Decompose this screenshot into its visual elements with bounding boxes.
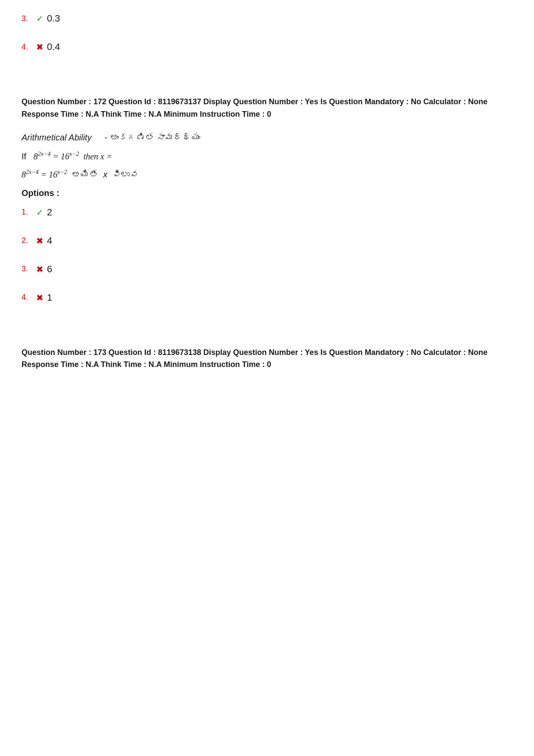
prev-option-3: 3. ✓ 0.3 xyxy=(22,13,512,24)
option-172-3-value: 6 xyxy=(47,264,52,275)
option-172-2-number: 2. xyxy=(22,236,34,245)
option-172-4-cross-icon: ✖ xyxy=(36,292,43,303)
option-172-4-number: 4. xyxy=(22,293,34,302)
question-172-meta: Question Number : 172 Question Id : 8119… xyxy=(22,96,512,121)
option-172-4-value: 1 xyxy=(47,292,52,303)
subject-line-172: Arithmetical Ability - అంకగణిత సామర్థ్యం xyxy=(22,133,512,143)
prev-option-4-cross-icon: ✖ xyxy=(36,42,43,52)
option-172-3: 3. ✖ 6 xyxy=(22,264,512,275)
question-172-text-telugu: 82x−4 = 16x−2 అయితే x విలువ xyxy=(22,168,512,181)
question-172: Question Number : 172 Question Id : 8119… xyxy=(22,96,512,303)
option-172-3-cross-icon: ✖ xyxy=(36,264,43,274)
option-172-3-number: 3. xyxy=(22,264,34,274)
option-172-2-cross-icon: ✖ xyxy=(36,236,43,246)
question-172-math-telugu: 82x−4 = 16x−2 xyxy=(22,170,69,179)
prev-option-4-number: 4. xyxy=(22,43,34,52)
option-172-4: 4. ✖ 1 xyxy=(22,292,512,303)
option-172-2: 2. ✖ 4 xyxy=(22,235,512,246)
option-172-1-number: 1. xyxy=(22,208,34,217)
prev-option-4: 4. ✖ 0.4 xyxy=(22,41,512,53)
question-172-math-english: 82x−4 = 16x−2 then x = xyxy=(34,152,112,161)
prev-option-4-value: 0.4 xyxy=(47,41,60,53)
option-172-2-value: 4 xyxy=(47,235,52,246)
options-label-172: Options : xyxy=(22,188,512,198)
option-172-1-check-icon: ✓ xyxy=(36,207,43,218)
subject-english-172: Arithmetical Ability xyxy=(22,133,92,143)
prev-option-3-number: 3. xyxy=(22,14,34,23)
option-172-1: 1. ✓ 2 xyxy=(22,207,512,218)
subject-telugu-172: - అంకగణిత సామర్థ్యం xyxy=(105,133,201,143)
prev-option-3-check-icon: ✓ xyxy=(36,13,43,24)
question-173-meta: Question Number : 173 Question Id : 8119… xyxy=(22,346,512,371)
question-173: Question Number : 173 Question Id : 8119… xyxy=(22,346,512,371)
prev-option-3-value: 0.3 xyxy=(47,13,60,24)
question-172-text-english: If 82x−4 = 16x−2 then x = xyxy=(22,149,512,163)
option-172-1-value: 2 xyxy=(47,207,52,218)
